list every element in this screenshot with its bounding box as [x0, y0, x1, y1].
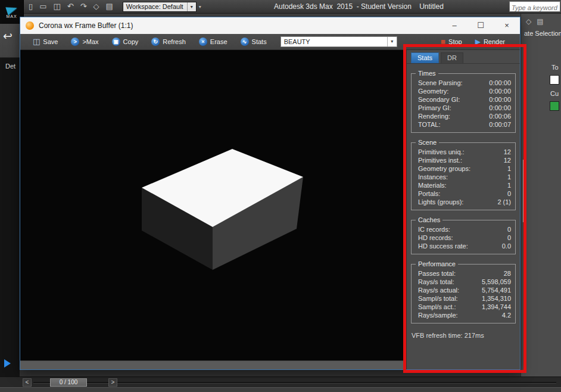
render-button[interactable]: ▶ Render [469, 34, 512, 49]
stats-tab-bar: Stats DR [407, 50, 520, 64]
color-swatch-green[interactable] [550, 101, 559, 111]
screen: ▯ ▭ ◫ ↶ ↷ ◇ ▤ Workspace: Default ▾ ▾ Aut… [0, 0, 561, 392]
stats-panel: Stats DR Times Scene Parsing: 0:00:00 Ge… [406, 50, 520, 369]
stat-label: Geometry: [418, 87, 448, 95]
stop-label: Stop [448, 38, 462, 45]
stat-label: Rays/s total: [418, 278, 454, 286]
erase-icon: × [199, 38, 207, 46]
stat-label: Geometry groups: [418, 164, 470, 173]
copy-button[interactable]: ▣ Copy [105, 34, 145, 49]
refresh-button[interactable]: ↻ Refresh [145, 34, 192, 49]
floppy-icon: ◫ [33, 38, 40, 46]
redo-icon[interactable]: ↷ [80, 0, 87, 13]
undo-icon[interactable]: ↶ [67, 0, 74, 13]
3ds-max-logo-icon [5, 4, 18, 15]
save-file-icon[interactable]: ◫ [53, 0, 60, 13]
open-file-icon[interactable]: ▭ [39, 0, 46, 13]
window-controls: – ☐ × [441, 17, 520, 34]
color-swatch-white[interactable] [550, 75, 559, 85]
window-title: Autodesk 3ds Max 2015 - Student Version … [274, 0, 444, 14]
keyword-search [509, 1, 560, 12]
next-frame-button[interactable]: > [108, 378, 117, 387]
back-arrow-icon[interactable]: ↩ [3, 29, 13, 43]
scene-explorer-icon[interactable]: ▤ [106, 0, 113, 13]
stat-row: Rays/sample: 4.2 [412, 311, 515, 319]
chevron-down-icon[interactable]: ▾ [387, 37, 397, 46]
stat-value: 0 [507, 189, 511, 198]
chevron-down-icon[interactable]: ▾ [187, 2, 196, 11]
cu-label: Cu [550, 90, 559, 97]
stat-value: 0:00:00 [489, 87, 511, 95]
render-label: Render [484, 38, 505, 45]
panel-divider [523, 160, 524, 222]
maximize-button[interactable]: ☐ [468, 17, 494, 34]
stat-value: 1,394,744 [482, 303, 511, 311]
tab-stats[interactable]: Stats [411, 52, 439, 63]
stats-icon: ∿ [241, 38, 249, 46]
stat-value: 0 [507, 234, 511, 242]
stat-value: 12 [504, 156, 511, 164]
stat-label: Rendering: [418, 112, 450, 120]
det-label: Det [5, 63, 15, 70]
corona-toolbar: ◫ Save > >Max ▣ Copy ↻ Refresh × Erase ∿… [20, 34, 520, 50]
stat-row: Sampl/s act.: 1,394,744 [412, 303, 515, 311]
to-max-label: >Max [82, 38, 98, 45]
stats-group-scene: Scene Primitives uniq.: 12 Primitives in… [411, 142, 516, 210]
render-viewport [20, 50, 406, 369]
previous-frame-button[interactable]: < [23, 378, 32, 387]
stat-label: Materials: [418, 181, 447, 189]
stat-value: 1,354,310 [482, 294, 511, 303]
toolbar-icon[interactable]: ▤ [537, 17, 543, 26]
toolbar-overflow-icon[interactable]: ▾ [199, 4, 201, 10]
corona-titlebar[interactable]: Corona wx Frame Buffer (1:1) – ☐ × [20, 17, 520, 34]
stat-label: Primitives uniq.: [418, 148, 465, 156]
stats-button[interactable]: ∿ Stats [234, 34, 273, 49]
stat-row: Portals: 0 [412, 189, 515, 198]
group-title: Performance [416, 260, 458, 267]
stat-value: 5,754,491 [482, 286, 511, 294]
corona-vfb-window: Corona wx Frame Buffer (1:1) – ☐ × ◫ Sav… [20, 17, 521, 370]
time-slider-handle[interactable]: 0 / 100 [50, 378, 87, 387]
stat-label: Sampl/s act.: [418, 303, 456, 311]
channel-select[interactable]: BEAUTY ▾ [280, 36, 397, 47]
stat-value: 0:00:00 [489, 104, 511, 112]
corona-window-title: Corona wx Frame Buffer (1:1) [39, 21, 441, 30]
toolbar-icon[interactable]: ◇ [526, 17, 531, 26]
close-button[interactable]: × [494, 17, 520, 34]
stat-row: IC records: 0 [412, 225, 515, 234]
select-link-icon[interactable]: ◇ [94, 0, 99, 13]
group-title: Scene [416, 139, 439, 146]
stat-row: Rays/s total: 5,598,059 [412, 278, 515, 286]
tab-dr[interactable]: DR [441, 52, 463, 63]
stat-value: 0:00:07 [489, 120, 511, 129]
to-max-icon: > [71, 38, 79, 46]
workspace-label: Workspace: Default [126, 3, 183, 10]
erase-button[interactable]: × Erase [192, 34, 234, 49]
group-title: Times [416, 70, 438, 77]
stats-group-caches: Caches IC records: 0 HD records: 0 HD su… [411, 220, 516, 254]
stat-row: HD success rate: 0.0 [412, 242, 515, 250]
workspace-dropdown[interactable]: Workspace: Default ▾ [123, 2, 197, 12]
stat-row: Scene Parsing: 0:00:00 [412, 79, 515, 87]
stat-row: Primitives uniq.: 12 [412, 148, 515, 156]
stat-label: Primitives inst.: [418, 156, 462, 164]
stop-button[interactable]: ◼ Stop [434, 34, 469, 49]
refresh-icon: ↻ [151, 38, 160, 46]
viewport-nav-arrow-icon[interactable] [4, 359, 11, 368]
copy-label: Copy [123, 38, 139, 45]
stat-value: 1 [507, 173, 511, 181]
stat-row: Rays/s actual: 5,754,491 [412, 286, 515, 294]
stat-label: Scene Parsing: [418, 79, 463, 87]
stat-value: 1 [507, 164, 511, 173]
to-max-button[interactable]: > >Max [64, 34, 105, 49]
stat-label: Portals: [418, 189, 440, 198]
stats-label: Stats [252, 38, 267, 45]
stat-row: Geometry groups: 1 [412, 164, 515, 173]
stat-label: Rays/s actual: [418, 286, 459, 294]
minimize-button[interactable]: – [441, 17, 468, 34]
viewport-bottom-strip [20, 360, 406, 369]
keyword-search-input[interactable] [510, 3, 560, 13]
new-file-icon[interactable]: ▯ [29, 0, 33, 13]
stat-row: Geometry: 0:00:00 [412, 87, 515, 95]
save-button[interactable]: ◫ Save [26, 34, 64, 49]
